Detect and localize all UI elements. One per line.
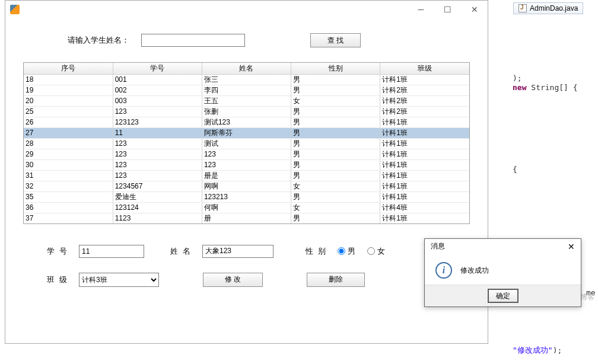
table-row[interactable]: 29123123男计科1班	[24, 149, 469, 159]
table-cell: 18	[24, 74, 113, 85]
table-cell: 37	[24, 213, 113, 223]
sex-label: 性别	[306, 246, 330, 257]
table-cell: 女	[291, 181, 380, 191]
table-cell: 男	[291, 213, 380, 223]
table-cell: 计科4班	[380, 202, 469, 213]
table-cell: 男	[291, 170, 380, 181]
table-row[interactable]: 2711阿斯蒂芬男计科1班	[24, 127, 469, 138]
code-line: "修改成功");	[513, 345, 562, 356]
table-cell: 男	[291, 138, 380, 149]
table-cell: 30	[24, 159, 113, 170]
table-cell: 男	[291, 85, 380, 95]
class-select[interactable]: 计科3班	[79, 273, 159, 287]
table-row[interactable]: 31123册是男计科1班	[24, 170, 469, 181]
titlebar: ─ ☐ ✕	[5, 1, 488, 18]
radio-male[interactable]: 男	[338, 246, 355, 257]
column-header[interactable]: 姓名	[202, 63, 291, 74]
table-row[interactable]: 28123测试男计科1班	[24, 138, 469, 149]
table-cell: 网啊	[202, 181, 291, 191]
table-cell: 计科1班	[380, 127, 469, 138]
class-label: 班级	[47, 274, 72, 285]
table-row[interactable]: 321234567网啊女计科1班	[24, 181, 469, 191]
table-row[interactable]: 35爱迪生123213男计科1班	[24, 191, 469, 202]
editor-tab-label: AdminDao.java	[530, 4, 578, 12]
table-cell: 123123	[113, 117, 202, 127]
table-cell: 李四	[202, 85, 291, 95]
table-cell: 20	[24, 95, 113, 106]
table-cell: 男	[291, 117, 380, 127]
table-cell: 张三	[202, 74, 291, 85]
table-cell: 计科1班	[380, 117, 469, 127]
table-cell: 计科1班	[380, 74, 469, 85]
dialog-message: 修改成功	[460, 266, 489, 276]
modify-button[interactable]: 修 改	[203, 273, 263, 287]
watermark: 博客	[580, 292, 594, 302]
search-input[interactable]	[141, 34, 245, 47]
table-cell: 男	[291, 106, 380, 117]
name-input[interactable]	[202, 245, 273, 258]
table-cell: 王五	[202, 95, 291, 106]
table-cell: 测试	[202, 138, 291, 149]
table-cell: 何啊	[202, 202, 291, 213]
table-cell: 阿斯蒂芬	[202, 127, 291, 138]
table-cell: 29	[24, 149, 113, 159]
table-cell: 26	[24, 117, 113, 127]
column-header[interactable]: 性别	[291, 63, 380, 74]
java-main-window: ─ ☐ ✕ 请输入学生姓名： 查 找 序号学号姓名性别班级 18001张三男计科…	[5, 0, 488, 344]
table-cell: 32	[24, 181, 113, 191]
table-row[interactable]: 30123123男计科1班	[24, 159, 469, 170]
sid-label: 学号	[47, 246, 72, 257]
dialog-close-icon[interactable]: ✕	[568, 242, 575, 251]
table-cell: 123	[113, 138, 202, 149]
table-cell: 123	[113, 149, 202, 159]
dialog-ok-button[interactable]: 确定	[488, 289, 519, 303]
close-button[interactable]: ✕	[461, 1, 488, 18]
table-cell: 28	[24, 138, 113, 149]
delete-button[interactable]: 删除	[307, 273, 365, 287]
minimize-button[interactable]: ─	[408, 1, 434, 18]
table-row[interactable]: 371123册男计科1班	[24, 213, 469, 223]
table-cell: 男	[291, 74, 380, 85]
column-header[interactable]: 班级	[380, 63, 469, 74]
table-cell: 计科1班	[380, 181, 469, 191]
column-header[interactable]: 学号	[113, 63, 202, 74]
edit-form: 学号 姓名 性别 男 女 班级 计科3班 修 改	[23, 245, 470, 287]
search-label: 请输入学生姓名：	[68, 35, 129, 46]
sid-input[interactable]	[79, 245, 144, 258]
column-header[interactable]: 序号	[24, 63, 113, 74]
table-row[interactable]: 18001张三男计科1班	[24, 74, 469, 85]
editor-tab[interactable]: AdminDao.java	[513, 2, 583, 14]
radio-female[interactable]: 女	[367, 246, 385, 257]
code-line: {	[513, 165, 517, 174]
dialog-titlebar: 消息 ✕	[425, 239, 581, 254]
search-row: 请输入学生姓名： 查 找	[23, 33, 470, 47]
table-cell: 计科1班	[380, 159, 469, 170]
table-cell: 001	[113, 74, 202, 85]
table-row[interactable]: 25123张删男计科2班	[24, 106, 469, 117]
info-icon: i	[435, 262, 452, 279]
table-row[interactable]: 36123124何啊女计科4班	[24, 202, 469, 213]
table-cell: 123	[202, 149, 291, 159]
table-cell: 计科1班	[380, 170, 469, 181]
dialog-title: 消息	[431, 241, 445, 251]
table-cell: 计科1班	[380, 191, 469, 202]
student-table[interactable]: 序号学号姓名性别班级 18001张三男计科1班19002李四男计科2班20003…	[23, 62, 470, 224]
table-cell: 女	[291, 95, 380, 106]
table-row[interactable]: 26123123测试123男计科1班	[24, 117, 469, 127]
table-cell: 123	[113, 106, 202, 117]
table-cell: 002	[113, 85, 202, 95]
table-cell: 男	[291, 159, 380, 170]
search-button[interactable]: 查 找	[310, 33, 361, 47]
table-cell: 男	[291, 191, 380, 202]
table-cell: 册是	[202, 170, 291, 181]
table-cell: 计科1班	[380, 213, 469, 223]
message-dialog: 消息 ✕ i 修改成功 确定	[424, 238, 581, 307]
table-row[interactable]: 20003王五女计科2班	[24, 95, 469, 106]
table-cell: 123	[113, 170, 202, 181]
java-file-icon	[519, 4, 527, 12]
table-cell: 男	[291, 127, 380, 138]
table-cell: 003	[113, 95, 202, 106]
table-cell: 123	[202, 159, 291, 170]
maximize-button[interactable]: ☐	[434, 1, 461, 18]
table-row[interactable]: 19002李四男计科2班	[24, 85, 469, 95]
